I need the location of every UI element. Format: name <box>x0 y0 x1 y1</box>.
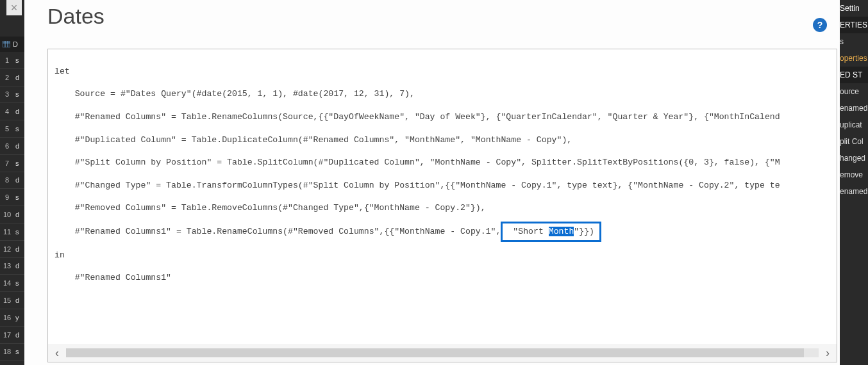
table-row[interactable]: 2d <box>0 69 24 86</box>
scroll-right-icon[interactable]: › <box>819 344 837 362</box>
table-row[interactable]: 15d <box>0 292 24 309</box>
applied-step-item[interactable]: ource <box>840 83 868 100</box>
row-cell: d <box>14 211 24 218</box>
code-textarea[interactable]: let Source = #"Dates Query"(#date(2015, … <box>48 49 837 344</box>
selected-text: Month <box>549 227 574 236</box>
table-row[interactable]: 5s <box>0 120 24 138</box>
table-row[interactable]: 9s <box>0 189 24 206</box>
table-row[interactable]: 7s <box>0 155 24 172</box>
table-row[interactable]: 13d <box>0 258 24 275</box>
row-number: 18 <box>0 348 14 355</box>
applied-step-item[interactable]: s <box>840 33 868 50</box>
row-number: 10 <box>0 211 14 218</box>
help-icon[interactable]: ? <box>813 18 827 32</box>
advanced-editor-box: let Source = #"Dates Query"(#date(2015, … <box>47 49 837 362</box>
row-number: 14 <box>0 279 14 287</box>
code-line: #"Renamed Columns1" = Table.RenameColumn… <box>54 225 830 238</box>
row-cell: s <box>14 279 24 287</box>
row-cell: d <box>14 142 24 150</box>
row-gutter-panel: × D 1s2d3s4d5s6d7s8d9s10d11s12d13d14s15d… <box>0 0 24 365</box>
row-number: 7 <box>0 159 14 167</box>
row-cell: s <box>14 90 24 98</box>
code-line: Source = #"Dates Query"(#date(2015, 1, 1… <box>54 88 830 100</box>
applied-step-item[interactable]: enamed <box>840 183 868 200</box>
row-cell: d <box>14 108 24 115</box>
row-cell: d <box>14 74 24 81</box>
row-number: 17 <box>0 331 14 339</box>
row-number: 3 <box>0 90 14 98</box>
table-row[interactable]: 14s <box>0 275 24 292</box>
table-row[interactable]: 17d <box>0 327 24 344</box>
table-row[interactable]: 6d <box>0 138 24 155</box>
scroll-track[interactable] <box>66 348 819 357</box>
horizontal-scrollbar[interactable]: ‹ › <box>48 344 837 362</box>
table-row[interactable]: 16y <box>0 309 24 327</box>
applied-step-item[interactable]: emove <box>840 166 868 183</box>
applied-step-item[interactable]: uplicat <box>840 117 868 133</box>
table-row[interactable]: 12d <box>0 241 24 258</box>
dialog-title: Dates <box>47 4 104 29</box>
settings-header: Settin <box>840 0 868 17</box>
row-cell: d <box>14 331 24 339</box>
row-number: 6 <box>0 142 14 150</box>
row-cell: s <box>14 193 24 201</box>
row-cell: d <box>14 262 24 270</box>
row-number: 16 <box>0 314 14 321</box>
row-cell: s <box>14 56 24 64</box>
code-line: #"Renamed Columns1" <box>54 272 830 284</box>
scroll-thumb[interactable] <box>66 348 804 357</box>
applied-step-item[interactable]: hanged <box>840 150 868 166</box>
table-row[interactable]: 3s <box>0 86 24 104</box>
code-line: #"Renamed Columns" = Table.RenameColumns… <box>54 111 830 123</box>
row-number: 2 <box>0 74 14 81</box>
table-row[interactable]: 1s <box>0 52 24 69</box>
panel-section-header: ED ST <box>840 67 868 83</box>
row-cell: d <box>14 245 24 253</box>
settings-panel: SettinERTIESsopertiesED STourceenamedupl… <box>840 0 868 365</box>
row-number: 9 <box>0 193 14 201</box>
row-number: 4 <box>0 108 14 115</box>
properties-link[interactable]: operties <box>840 50 868 67</box>
row-number: 12 <box>0 245 14 253</box>
table-row[interactable]: 8d <box>0 172 24 190</box>
svg-rect-0 <box>3 41 10 47</box>
table-row[interactable]: 18s <box>0 344 24 361</box>
column-header[interactable]: D <box>0 36 24 52</box>
table-row[interactable]: 10d <box>0 206 24 223</box>
row-cell: s <box>14 125 24 133</box>
row-number: 5 <box>0 125 14 133</box>
table-icon <box>3 41 10 47</box>
code-line: let <box>54 66 830 77</box>
code-line: #"Split Column by Position" = Table.Spli… <box>54 157 830 168</box>
applied-step-item[interactable]: enamed <box>840 100 868 117</box>
row-number: 1 <box>0 56 14 64</box>
code-line: #"Removed Columns" = Table.RemoveColumns… <box>54 202 830 214</box>
edit-highlight: "Short Month"}}) <box>501 222 601 242</box>
editor-dialog: Dates ? let Source = #"Dates Query"(#dat… <box>24 0 840 365</box>
column-header-label: D <box>13 40 18 48</box>
row-cell: s <box>14 228 24 236</box>
row-number: 11 <box>0 228 14 236</box>
row-cell: s <box>14 159 24 167</box>
table-row[interactable]: 4d <box>0 103 24 120</box>
row-cell: y <box>14 314 24 321</box>
row-number: 8 <box>0 176 14 184</box>
table-row[interactable]: 11s <box>0 223 24 241</box>
close-icon[interactable]: × <box>6 0 22 15</box>
scroll-left-icon[interactable]: ‹ <box>48 344 66 362</box>
code-line: #"Duplicated Column" = Table.DuplicateCo… <box>54 134 830 146</box>
row-cell: s <box>14 348 24 355</box>
row-number: 13 <box>0 262 14 270</box>
applied-step-item[interactable]: plit Col <box>840 133 868 150</box>
row-number: 15 <box>0 296 14 304</box>
panel-section-header: ERTIES <box>840 17 868 33</box>
row-cell: d <box>14 296 24 304</box>
code-line: #"Changed Type" = Table.TransformColumnT… <box>54 180 830 191</box>
row-cell: d <box>14 176 24 184</box>
code-line: in <box>54 250 830 261</box>
